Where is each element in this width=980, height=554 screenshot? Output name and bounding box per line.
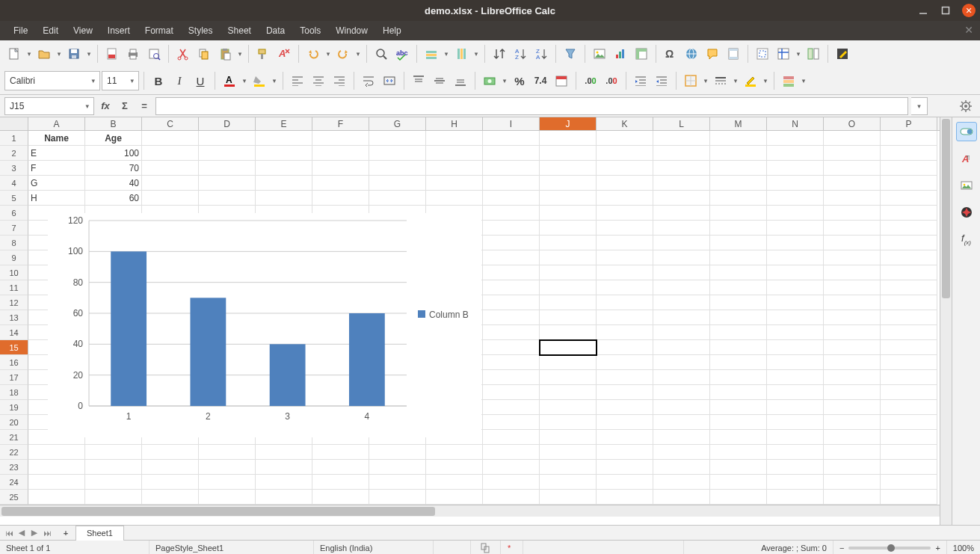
cell-I25[interactable] [483,490,540,505]
cell-D3[interactable] [199,161,256,176]
row-button[interactable] [422,43,441,64]
cell-O15[interactable] [824,340,881,355]
cell-O6[interactable] [824,206,881,221]
export-pdf-button[interactable] [102,43,122,64]
percent-button[interactable]: % [510,70,529,91]
cell-P17[interactable] [881,370,937,385]
cell-L18[interactable] [653,385,710,400]
menu-file[interactable]: File [6,21,35,40]
cell-M11[interactable] [710,280,767,295]
menu-sheet[interactable]: Sheet [221,21,259,40]
cell-N24[interactable] [767,475,824,490]
new-dropdown[interactable]: ▾ [25,43,33,64]
cell-C24[interactable] [142,475,199,490]
cell-N6[interactable] [767,206,824,221]
cell-O8[interactable] [824,236,881,250]
cell-I2[interactable] [483,146,540,161]
row-header-9[interactable]: 9 [0,250,28,265]
cell-N23[interactable] [767,460,824,475]
cell-I9[interactable] [483,250,540,265]
menu-format[interactable]: Format [138,21,181,40]
cell-J2[interactable] [540,146,597,161]
cell-J20[interactable] [540,415,597,430]
cell-J8[interactable] [540,236,597,250]
cell-N3[interactable] [767,161,824,176]
cell-I16[interactable] [483,355,540,370]
cell-K7[interactable] [597,221,653,236]
row-header-21[interactable]: 21 [0,430,28,445]
row-header-11[interactable]: 11 [0,280,28,295]
cell-I4[interactable] [483,176,540,191]
menu-data[interactable]: Data [259,21,292,40]
cell-G4[interactable] [369,176,426,191]
cell-M23[interactable] [710,460,767,475]
cell-A22[interactable] [28,445,85,460]
align-left-button[interactable] [288,70,307,91]
cell-E2[interactable] [256,146,312,161]
cell-D1[interactable] [199,131,256,146]
cell-K2[interactable] [597,146,653,161]
cell-A25[interactable] [28,490,85,505]
select-all-corner[interactable] [0,117,28,130]
cell-B1[interactable]: Age [85,131,142,146]
cell-M16[interactable] [710,355,767,370]
cell-E5[interactable] [256,191,312,206]
cell-L5[interactable] [653,191,710,206]
cell-P5[interactable] [881,191,937,206]
hyperlink-button[interactable] [682,43,701,64]
status-page-style[interactable]: PageStyle_Sheet1 [150,541,314,554]
redo-dropdown[interactable]: ▾ [354,43,362,64]
cell-E3[interactable] [256,161,312,176]
sheet-tab[interactable]: Sheet1 [75,526,124,541]
cell-M15[interactable] [710,340,767,355]
sidebar-settings-button[interactable] [956,96,976,117]
cell-L9[interactable] [653,250,710,265]
col-header-O[interactable]: O [824,117,881,130]
cell-I23[interactable] [483,460,540,475]
cell-N10[interactable] [767,265,824,280]
add-decimal-button[interactable]: .00 [581,70,600,91]
cell-J18[interactable] [540,385,597,400]
cell-M19[interactable] [710,400,767,415]
sidebar-gallery-button[interactable] [956,176,977,195]
cell-O24[interactable] [824,475,881,490]
cell-P11[interactable] [881,280,937,295]
row-header-6[interactable]: 6 [0,206,28,221]
cut-button[interactable] [173,43,193,64]
cell-K20[interactable] [597,415,653,430]
highlight-button[interactable] [250,70,269,91]
cell-J15[interactable] [540,340,597,355]
cell-L25[interactable] [653,490,710,505]
cell-N2[interactable] [767,146,824,161]
cell-C23[interactable] [142,460,199,475]
merge-cells-button[interactable] [380,70,399,91]
cell-J4[interactable] [540,176,597,191]
cell-N13[interactable] [767,310,824,325]
row-header-25[interactable]: 25 [0,490,28,505]
cell-P25[interactable] [881,490,937,505]
align-right-button[interactable] [330,70,349,91]
row-header-23[interactable]: 23 [0,460,28,475]
spreadsheet-area[interactable]: ABCDEFGHIJKLMNOP 1NameAge2E1003F704G405H… [0,117,940,525]
cell-B23[interactable] [85,460,142,475]
cell-A5[interactable]: H [28,191,85,206]
border-color-dropdown[interactable]: ▾ [762,70,769,91]
cell-P6[interactable] [881,206,937,221]
sort-az-button[interactable]: AZ [511,43,530,64]
cell-B24[interactable] [85,475,142,490]
cell-O19[interactable] [824,400,881,415]
cell-J3[interactable] [540,161,597,176]
status-insert-mode[interactable] [434,541,471,554]
cell-C5[interactable] [142,191,199,206]
borders-button[interactable] [681,70,700,91]
cell-P4[interactable] [881,176,937,191]
cell-F22[interactable] [312,445,369,460]
cell-J5[interactable] [540,191,597,206]
cell-H4[interactable] [426,176,483,191]
sidebar-styles-button[interactable]: A¶ [956,149,977,168]
undo-dropdown[interactable]: ▾ [324,43,332,64]
row-header-4[interactable]: 4 [0,176,28,191]
cell-N21[interactable] [767,430,824,445]
sort-asc-button[interactable] [490,43,509,64]
copy-button[interactable] [194,43,214,64]
